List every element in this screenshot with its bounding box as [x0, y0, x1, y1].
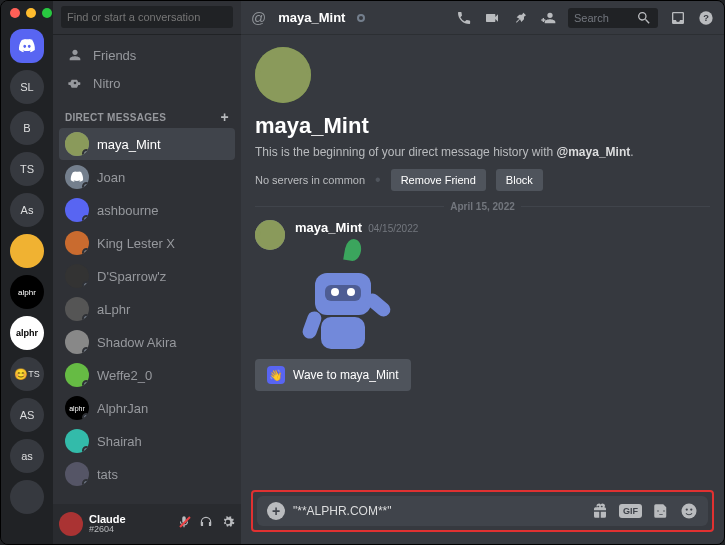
search-placeholder: Search — [574, 12, 636, 24]
dm-name: AlphrJan — [97, 401, 148, 416]
gif-button[interactable]: GIF — [619, 504, 642, 518]
dm-header-label: DIRECT MESSAGES — [65, 112, 166, 123]
message-author[interactable]: maya_Mint — [295, 220, 362, 235]
wave-button[interactable]: 👋 Wave to maya_Mint — [255, 359, 411, 391]
dm-name: Weffe2_0 — [97, 368, 152, 383]
inbox-button[interactable] — [670, 10, 686, 26]
home-button[interactable] — [10, 29, 44, 63]
avatar — [65, 132, 89, 156]
search-bar[interactable]: Search — [568, 8, 658, 28]
self-tag: #2604 — [89, 525, 171, 535]
friends-label: Friends — [93, 48, 136, 63]
dm-sidebar: Friends Nitro DIRECT MESSAGES + maya_Min… — [53, 1, 241, 544]
help-button[interactable]: ? — [698, 10, 714, 26]
discord-logo-icon — [18, 37, 36, 55]
sticker-button[interactable] — [652, 502, 670, 520]
create-dm-button[interactable]: + — [221, 109, 229, 125]
server-b[interactable]: B — [10, 111, 44, 145]
block-button[interactable]: Block — [496, 169, 543, 191]
emoji-button[interactable] — [680, 502, 698, 520]
mute-mic-button[interactable] — [177, 515, 191, 533]
dm-item[interactable]: D'Sparrow'z — [59, 260, 235, 292]
dm-item[interactable]: King Lester X — [59, 227, 235, 259]
self-info[interactable]: Claude #2604 — [89, 513, 171, 535]
nitro-nav[interactable]: Nitro — [59, 69, 235, 97]
quick-switcher[interactable] — [53, 1, 241, 35]
gift-button[interactable] — [591, 502, 609, 520]
server-ts-emoji[interactable]: 😊TS — [10, 357, 44, 391]
dm-item-maya[interactable]: maya_Mint — [59, 128, 235, 160]
avatar — [65, 429, 89, 453]
avatar — [65, 330, 89, 354]
wave-emoji-icon: 👋 — [267, 366, 285, 384]
dm-name: Shadow Akira — [97, 335, 177, 350]
svg-point-3 — [686, 508, 688, 510]
dm-item[interactable]: Weffe2_0 — [59, 359, 235, 391]
server-as2[interactable]: AS — [10, 398, 44, 432]
self-avatar[interactable] — [59, 512, 83, 536]
maximize-window-dot[interactable] — [42, 8, 52, 18]
server-as[interactable]: As — [10, 193, 44, 227]
settings-button[interactable] — [221, 515, 235, 529]
friends-icon — [67, 47, 83, 63]
avatar — [65, 198, 89, 222]
server-alphr-dark[interactable]: alphr — [10, 275, 44, 309]
server-pill[interactable] — [10, 234, 44, 268]
profile-name: maya_Mint — [255, 113, 710, 139]
server-as3[interactable]: as — [10, 439, 44, 473]
svg-text:?: ? — [703, 13, 709, 23]
nitro-icon — [67, 75, 83, 91]
dm-name: maya_Mint — [97, 137, 161, 152]
server-sl[interactable]: SL — [10, 70, 44, 104]
mic-icon — [177, 515, 191, 529]
dm-item[interactable]: Shairah — [59, 425, 235, 457]
svg-point-4 — [690, 508, 692, 510]
profile-avatar[interactable] — [255, 47, 311, 103]
pinned-button[interactable] — [512, 10, 528, 26]
sticker-wumpus[interactable] — [295, 239, 415, 349]
remove-friend-button[interactable]: Remove Friend — [391, 169, 486, 191]
dm-name: King Lester X — [97, 236, 175, 251]
dm-item[interactable]: Shadow Akira — [59, 326, 235, 358]
message-input-area: + GIF — [241, 482, 724, 544]
nitro-label: Nitro — [93, 76, 120, 91]
server-ts[interactable]: TS — [10, 152, 44, 186]
channel-header: @ maya_Mint Search ? — [241, 1, 724, 35]
minimize-window-dot[interactable] — [26, 8, 36, 18]
dm-name: tats — [97, 467, 118, 482]
avatar — [65, 297, 89, 321]
avatar: alphr — [65, 396, 89, 420]
dm-item[interactable]: Joan — [59, 161, 235, 193]
server-alphr-light[interactable]: alphr — [10, 316, 44, 350]
close-window-dot[interactable] — [10, 8, 20, 18]
conversation-search-input[interactable] — [61, 6, 233, 28]
input-highlight-box: + GIF — [251, 490, 714, 532]
deafen-button[interactable] — [199, 515, 213, 529]
user-panel: Claude #2604 — [53, 504, 241, 544]
message[interactable]: maya_Mint 04/15/2022 — [255, 220, 710, 349]
dm-name: Shairah — [97, 434, 142, 449]
dm-name: Joan — [97, 170, 125, 185]
message-avatar[interactable] — [255, 220, 285, 250]
server-extra[interactable] — [10, 480, 44, 514]
attach-button[interactable]: + — [267, 502, 285, 520]
dm-item[interactable]: aLphr — [59, 293, 235, 325]
dm-item[interactable]: alphrAlphrJan — [59, 392, 235, 424]
header-username: maya_Mint — [278, 10, 345, 25]
leaf-icon — [343, 238, 363, 262]
message-time: 04/15/2022 — [368, 223, 418, 234]
messages-content: maya_Mint This is the beginning of your … — [241, 35, 724, 482]
status-indicator — [357, 14, 365, 22]
search-icon — [636, 10, 652, 26]
voice-call-button[interactable] — [456, 10, 472, 26]
avatar — [65, 462, 89, 486]
dm-item[interactable]: ashbourne — [59, 194, 235, 226]
date-divider: April 15, 2022 — [255, 201, 710, 212]
window-traffic-lights[interactable] — [10, 8, 52, 18]
add-friend-button[interactable] — [540, 10, 556, 26]
dm-item[interactable]: tats — [59, 458, 235, 490]
video-call-button[interactable] — [484, 10, 500, 26]
dm-name: D'Sparrow'z — [97, 269, 166, 284]
friends-nav[interactable]: Friends — [59, 41, 235, 69]
message-input[interactable] — [293, 504, 583, 518]
